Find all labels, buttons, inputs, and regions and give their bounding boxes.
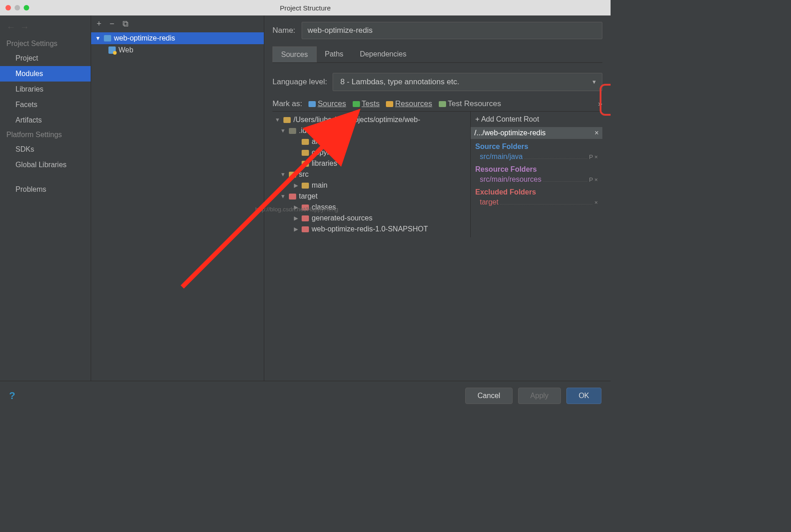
tree-main[interactable]: ▶main (272, 180, 470, 191)
apply-button[interactable]: Apply (518, 388, 561, 404)
module-root-label: web-optimize-redis (114, 34, 175, 42)
folder-icon (289, 128, 296, 134)
language-level-label: Language level: (272, 77, 327, 87)
remove-module-button[interactable]: − (110, 19, 115, 29)
tree-target[interactable]: ▼target (272, 191, 470, 202)
more-mark-button[interactable]: » (598, 99, 602, 108)
module-name-input[interactable] (302, 22, 602, 39)
resources-folder-icon (386, 101, 393, 107)
sources-folder-icon (308, 101, 316, 107)
sidebar-item-facets[interactable]: Facets (0, 97, 91, 113)
window-controls (5, 5, 29, 10)
tree-libraries[interactable]: libraries (272, 158, 470, 169)
tree-copyright[interactable]: copyright (272, 147, 470, 158)
excluded-folder-icon (302, 226, 309, 232)
module-icon (104, 35, 111, 41)
cancel-button[interactable]: Cancel (465, 388, 513, 404)
module-tree-toolbar: + − ⧉ (91, 15, 264, 32)
excluded-folder-icon (289, 194, 296, 200)
sidebar-item-project[interactable]: Project (0, 51, 91, 66)
excluded-folder-icon (302, 215, 309, 221)
source-folder-item[interactable]: src/main/javaP× (471, 152, 602, 162)
language-level-combo[interactable]: 8 - Lambdas, type annotations etc. (333, 73, 602, 91)
settings-sidebar: ← → Project Settings Project Modules Lib… (0, 15, 91, 381)
content-root-tree: ▼/Users/liuhe /devprojects/optimize/web-… (272, 112, 470, 237)
source-folders-header: Source Folders (471, 139, 602, 152)
folder-icon (302, 161, 309, 167)
web-facet-icon (108, 46, 116, 54)
tree-src[interactable]: ▼src (272, 169, 470, 180)
remove-icon[interactable]: × (594, 199, 598, 206)
resource-folders-header: Resource Folders (471, 162, 602, 174)
tree-gensrc[interactable]: ▶generated-sources (272, 213, 470, 224)
sidebar-item-global-libraries[interactable]: Global Libraries (0, 157, 91, 173)
mark-resources-button[interactable]: Resources (386, 99, 432, 108)
zoom-window-button[interactable] (24, 5, 29, 10)
mark-as-label: Mark as: (272, 99, 302, 108)
sidebar-item-artifacts[interactable]: Artifacts (0, 113, 91, 128)
window-title: Project Structure (280, 4, 331, 12)
sidebar-item-problems[interactable]: Problems (0, 182, 91, 197)
add-module-button[interactable]: + (97, 19, 102, 29)
test-resources-folder-icon (439, 101, 446, 107)
sidebar-item-libraries[interactable]: Libraries (0, 82, 91, 97)
folder-icon (302, 183, 309, 189)
copy-module-button[interactable]: ⧉ (123, 19, 128, 29)
resource-folder-item[interactable]: src/main/resourcesP× (471, 174, 602, 184)
add-content-root-button[interactable]: + Add Content Root (471, 112, 602, 127)
name-label: Name: (272, 26, 295, 35)
properties-icon[interactable]: P (589, 176, 593, 183)
folder-icon (302, 150, 309, 156)
detail-tabs: Sources Paths Dependencies (272, 46, 602, 63)
folder-icon (289, 172, 296, 178)
tab-paths[interactable]: Paths (317, 46, 352, 62)
properties-icon[interactable]: P (589, 153, 593, 160)
content-root-header[interactable]: /.../web-optimize-redis× (471, 127, 602, 139)
remove-content-root-icon[interactable]: × (595, 129, 599, 137)
excluded-folder-icon (302, 205, 309, 210)
remove-icon[interactable]: × (594, 153, 598, 160)
module-tree-panel: + − ⧉ ▼ web-optimize-redis Web (91, 15, 264, 381)
help-button[interactable]: ? (9, 390, 15, 402)
mark-tests-button[interactable]: Tests (353, 99, 380, 108)
tab-sources[interactable]: Sources (272, 46, 317, 62)
section-project-settings: Project Settings (0, 37, 91, 51)
folder-icon (283, 117, 291, 123)
expand-icon[interactable]: ▼ (95, 35, 101, 41)
mark-sources-button[interactable]: Sources (308, 99, 346, 108)
tab-dependencies[interactable]: Dependencies (352, 46, 415, 62)
sidebar-item-sdks[interactable]: SDKs (0, 142, 91, 157)
nav-back-icon[interactable]: ← (6, 22, 15, 32)
tree-idea[interactable]: ▼.idea (272, 125, 470, 136)
module-web-label: Web (118, 46, 134, 54)
tests-folder-icon (353, 101, 360, 107)
tree-snapshot[interactable]: ▶web-optimize-redis-1.0-SNAPSHOT (272, 224, 470, 235)
tree-artifacts[interactable]: artifacts (272, 136, 470, 147)
module-detail-panel: Name: Sources Paths Dependencies Languag… (264, 15, 611, 381)
tree-classes[interactable]: ▶classes (272, 202, 470, 213)
mark-test-resources-button[interactable]: Test Resources (439, 99, 501, 108)
content-roots-panel: + Add Content Root /.../web-optimize-red… (470, 112, 602, 237)
tree-root[interactable]: ▼/Users/liuhe /devprojects/optimize/web- (272, 114, 470, 125)
module-root[interactable]: ▼ web-optimize-redis (91, 32, 264, 44)
titlebar: Project Structure (0, 0, 611, 15)
excluded-folders-header: Excluded Folders (471, 184, 602, 197)
dialog-footer: ? Cancel Apply OK (0, 381, 611, 410)
nav-forward-icon[interactable]: → (20, 22, 29, 32)
remove-icon[interactable]: × (594, 176, 598, 183)
close-window-button[interactable] (5, 5, 11, 10)
module-web-facet[interactable]: Web (91, 44, 264, 56)
chevron-down-icon: ▼ (591, 79, 597, 85)
ok-button[interactable]: OK (566, 388, 601, 404)
section-platform-settings: Platform Settings (0, 128, 91, 142)
minimize-window-button[interactable] (15, 5, 20, 10)
excluded-folder-item[interactable]: target× (471, 197, 602, 207)
sidebar-item-modules[interactable]: Modules (0, 66, 91, 82)
folder-icon (302, 139, 309, 145)
